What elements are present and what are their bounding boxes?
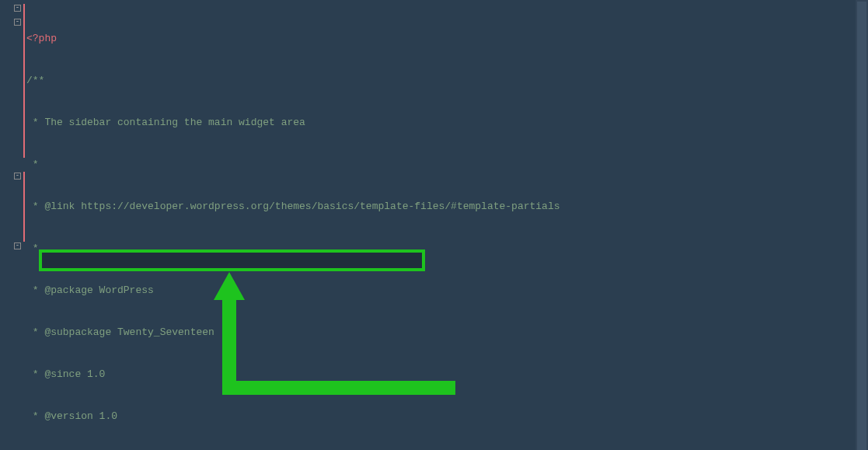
php-open-tag: <?php <box>26 33 57 44</box>
docblock-line: * @since 1.0 <box>26 368 105 380</box>
fold-toggle-icon[interactable]: - <box>14 173 21 180</box>
docblock-line: * @version 1.0 <box>26 410 117 422</box>
annotation-arrow-head-icon <box>214 272 245 300</box>
annotation-arrow-stem <box>222 298 236 389</box>
docblock-line: * @link https://developer.wordpress.org/… <box>26 201 560 212</box>
docblock-line: * @subpackage Twenty_Seventeen <box>26 326 214 338</box>
minus-icon: - <box>16 18 19 26</box>
docblock-line: * The sidebar containing the main widget… <box>26 117 305 128</box>
minus-icon: - <box>16 172 19 180</box>
annotation-arrow-base <box>222 381 455 395</box>
scrollbar-vertical[interactable] <box>856 0 868 450</box>
docblock-line: /** <box>26 75 44 86</box>
change-bar <box>23 172 25 242</box>
change-bar <box>23 4 25 158</box>
scrollbar-thumb[interactable] <box>857 2 866 450</box>
fold-toggle-icon[interactable]: - <box>14 19 21 26</box>
docblock-line: * <box>26 242 39 254</box>
minus-icon: - <box>16 242 19 249</box>
docblock-line: * <box>26 159 39 170</box>
fold-toggle-icon[interactable]: - <box>14 5 21 12</box>
docblock-line: * @package WordPress <box>26 284 154 296</box>
code-editor[interactable]: - - - - <?php /** * The sidebar containi… <box>0 0 868 4</box>
fold-toggle-icon[interactable]: - <box>14 242 21 249</box>
minus-icon: - <box>16 4 19 12</box>
